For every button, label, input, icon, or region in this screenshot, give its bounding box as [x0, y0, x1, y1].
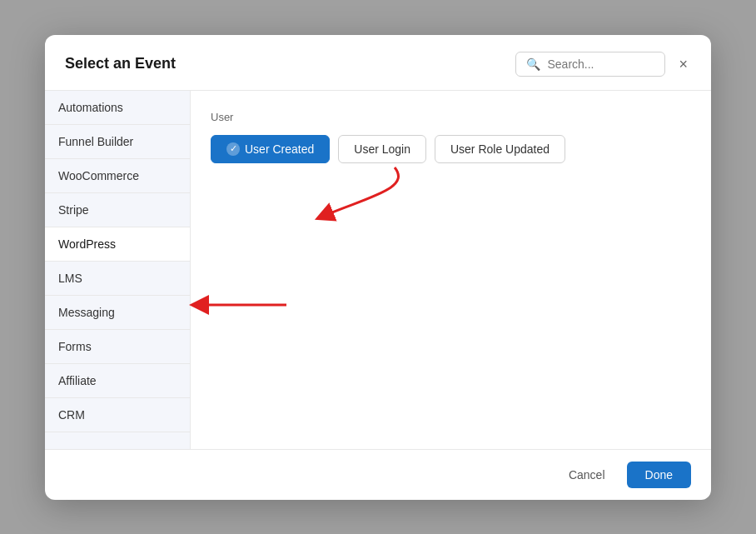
search-box[interactable]: 🔍: [515, 52, 665, 77]
check-icon: ✓: [226, 142, 240, 156]
cancel-button[interactable]: Cancel: [555, 462, 619, 488]
event-btn-user-login[interactable]: User Login: [338, 135, 426, 163]
event-btn-user-login-label: User Login: [354, 142, 410, 156]
sidebar-item-funnel-builder[interactable]: Funnel Builder: [45, 125, 190, 159]
sidebar: Automations Funnel Builder WooCommerce S…: [45, 91, 191, 449]
event-btn-user-created-label: User Created: [245, 142, 314, 156]
sidebar-item-automations[interactable]: Automations: [45, 91, 190, 125]
sidebar-item-wordpress[interactable]: WordPress: [45, 227, 190, 262]
modal-header: Select an Event 🔍 ×: [45, 35, 711, 91]
event-buttons: ✓ User Created User Login User Role Upda…: [211, 135, 691, 163]
sidebar-item-woocommerce[interactable]: WooCommerce: [45, 159, 190, 193]
modal-body: Automations Funnel Builder WooCommerce S…: [45, 91, 711, 449]
event-btn-user-created[interactable]: ✓ User Created: [211, 135, 330, 163]
content-area: User ✓ User Created User Login User Role…: [191, 91, 711, 449]
modal-title: Select an Event: [65, 55, 176, 72]
search-icon: 🔍: [526, 57, 540, 71]
modal-footer: Cancel Done: [45, 449, 711, 500]
event-btn-user-role-updated[interactable]: User Role Updated: [435, 135, 565, 163]
event-btn-user-role-updated-label: User Role Updated: [450, 142, 550, 156]
sidebar-item-stripe[interactable]: Stripe: [45, 193, 190, 227]
close-button[interactable]: ×: [675, 53, 691, 75]
sidebar-item-messaging[interactable]: Messaging: [45, 296, 190, 330]
sidebar-item-affiliate[interactable]: Affiliate: [45, 364, 190, 398]
modal: Select an Event 🔍 × Automations Funnel B…: [45, 35, 711, 500]
sidebar-item-crm[interactable]: CRM: [45, 398, 190, 432]
done-button[interactable]: Done: [627, 462, 691, 488]
search-input[interactable]: [547, 57, 654, 71]
section-label: User: [211, 111, 691, 123]
sidebar-item-lms[interactable]: LMS: [45, 262, 190, 296]
header-right: 🔍 ×: [515, 52, 691, 77]
sidebar-item-forms[interactable]: Forms: [45, 330, 190, 364]
